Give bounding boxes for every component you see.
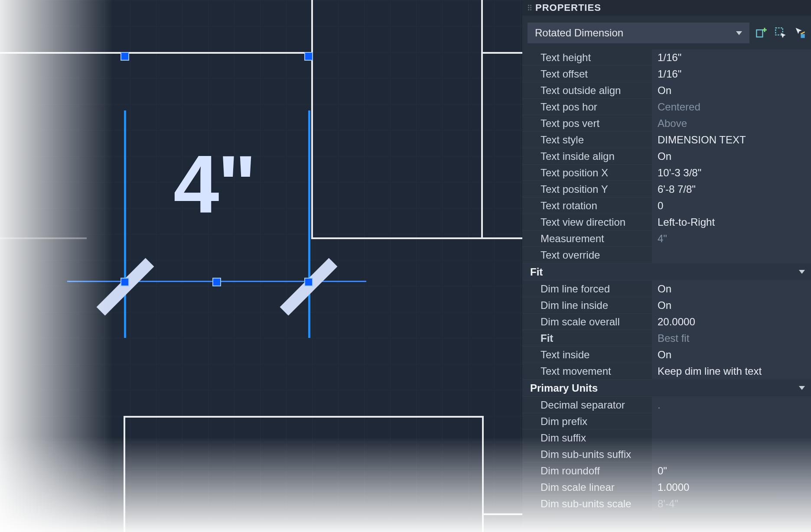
property-row: Text insideOn — [522, 347, 811, 363]
svg-rect-0 — [756, 30, 762, 37]
geometry-line — [0, 52, 312, 54]
property-row: Text styleDIMENSION TEXT — [522, 132, 811, 148]
property-label: Dim sub-units scale — [522, 496, 652, 512]
property-value[interactable] — [652, 446, 811, 462]
property-label: Text inside — [522, 347, 652, 363]
property-value[interactable]: On — [652, 82, 811, 98]
geometry-line — [481, 0, 483, 238]
property-value[interactable]: . — [652, 397, 811, 413]
property-row: Text pos vertAbove — [522, 115, 811, 132]
grip-origin-2[interactable] — [304, 52, 313, 61]
property-row: Dim line forcedOn — [522, 281, 811, 297]
add-selection-icon[interactable] — [756, 27, 768, 39]
property-value[interactable]: Keep dim line with text — [652, 363, 811, 379]
property-value: 4" — [652, 230, 811, 247]
property-label: Dim roundoff — [522, 463, 652, 479]
properties-panel-header[interactable]: PROPERTIES — [522, 0, 811, 16]
property-row: Dim line insideOn — [522, 297, 811, 314]
panel-drag-handle-icon[interactable] — [528, 4, 532, 11]
property-label: Text view direction — [522, 214, 652, 230]
property-label: Text override — [522, 247, 652, 263]
object-type-dropdown[interactable]: Rotated Dimension — [528, 23, 749, 43]
toggle-pickadd-icon[interactable] — [794, 27, 806, 39]
property-row: Dim suffix — [522, 430, 811, 446]
geometry-line — [124, 416, 125, 532]
grip-ext-1[interactable] — [121, 278, 129, 286]
property-value[interactable]: On — [652, 148, 811, 164]
property-row: Text inside alignOn — [522, 148, 811, 165]
grip-origin-1[interactable] — [121, 52, 129, 61]
property-label: Text height — [522, 49, 652, 65]
chevron-down-icon — [799, 386, 805, 390]
property-value[interactable]: Centered — [652, 99, 811, 115]
chevron-down-icon — [736, 31, 742, 35]
section-header-label: Primary Units — [530, 382, 598, 394]
property-row: Dim scale linear1.0000 — [522, 479, 811, 496]
property-value[interactable]: 6'-8 7/8" — [652, 181, 811, 197]
property-value[interactable]: On — [652, 281, 811, 297]
property-label: Text offset — [522, 66, 652, 82]
grip-ext-2[interactable] — [304, 278, 313, 286]
property-row: Dim sub-units scale8'-4" — [522, 496, 811, 512]
property-label: Text pos hor — [522, 99, 652, 115]
grid-background — [0, 0, 522, 532]
property-row: Text offset1/16" — [522, 66, 811, 82]
property-value[interactable]: 8'-4" — [652, 496, 811, 512]
property-value[interactable]: On — [652, 297, 811, 313]
property-value[interactable]: Left-to-Right — [652, 214, 811, 230]
geometry-line — [482, 513, 522, 515]
property-label: Decimal separator — [522, 397, 652, 413]
property-label: Dim line inside — [522, 297, 652, 313]
chevron-down-icon — [799, 270, 805, 274]
property-label: Fit — [522, 330, 652, 346]
property-label: Measurement — [522, 230, 652, 247]
dimension-text[interactable]: 4" — [173, 143, 255, 225]
grip-midpoint[interactable] — [212, 278, 221, 286]
property-value[interactable]: Above — [652, 115, 811, 131]
property-row: Dim scale overall20.0000 — [522, 314, 811, 330]
properties-panel: PROPERTIES Rotated Dimension Text height… — [522, 0, 811, 532]
property-row: Dim roundoff0" — [522, 463, 811, 479]
extension-line — [124, 110, 126, 338]
property-value[interactable]: 1.0000 — [652, 479, 811, 495]
drawing-canvas[interactable]: 4" — [0, 0, 522, 532]
property-label: Dim scale linear — [522, 479, 652, 495]
geometry-line — [481, 52, 522, 54]
property-value[interactable]: DIMENSION TEXT — [652, 132, 811, 148]
geometry-line — [311, 0, 313, 238]
quick-select-icon[interactable] — [775, 27, 787, 39]
property-value[interactable] — [652, 247, 811, 263]
property-label: Dim scale overall — [522, 314, 652, 330]
property-value[interactable]: 1/16" — [652, 49, 811, 65]
extension-line — [308, 110, 310, 338]
property-label: Dim suffix — [522, 430, 652, 446]
section-header[interactable]: Primary Units — [522, 380, 811, 397]
property-value[interactable] — [652, 413, 811, 429]
property-label: Text inside align — [522, 148, 652, 164]
property-row: Text movementKeep dim line with text — [522, 363, 811, 380]
selector-row: Rotated Dimension — [522, 16, 811, 49]
property-label: Text rotation — [522, 198, 652, 214]
property-value[interactable]: 1/16" — [652, 66, 811, 82]
property-label: Text style — [522, 132, 652, 148]
geometry-line — [124, 416, 483, 418]
property-row: Text view directionLeft-to-Right — [522, 214, 811, 230]
property-row: Dim sub-units suffix — [522, 446, 811, 463]
property-value[interactable]: 0 — [652, 198, 811, 214]
property-label: Text position Y — [522, 181, 652, 197]
geometry-line — [0, 237, 87, 239]
property-value[interactable]: 20.0000 — [652, 314, 811, 330]
section-header[interactable]: Fit — [522, 263, 811, 281]
geometry-line — [311, 237, 522, 239]
property-value[interactable]: 0" — [652, 463, 811, 479]
property-value[interactable] — [652, 430, 811, 446]
property-value[interactable]: On — [652, 347, 811, 363]
property-row: Measurement4" — [522, 230, 811, 247]
property-row: Text position X10'-3 3/8" — [522, 165, 811, 181]
property-label: Dim sub-units suffix — [522, 446, 652, 462]
property-value[interactable]: Best fit — [652, 330, 811, 346]
property-row: Text pos horCentered — [522, 99, 811, 115]
property-row: Decimal separator. — [522, 397, 811, 413]
property-label: Text position X — [522, 165, 652, 181]
property-value[interactable]: 10'-3 3/8" — [652, 165, 811, 181]
